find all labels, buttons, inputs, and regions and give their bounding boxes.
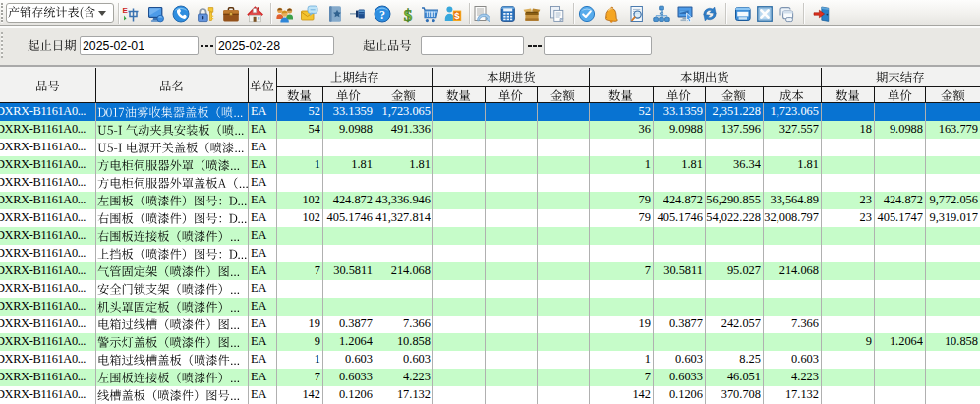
- svg-text:$: $: [454, 10, 460, 21]
- svg-text:$: $: [404, 6, 413, 24]
- svg-text:E: E: [123, 6, 129, 15]
- svg-text:?: ?: [379, 8, 385, 22]
